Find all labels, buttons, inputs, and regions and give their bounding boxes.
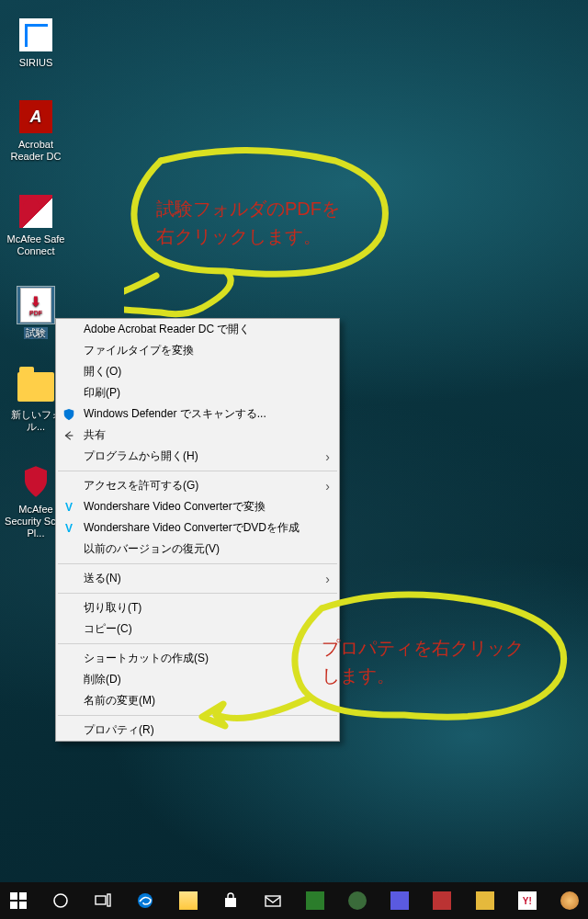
context-menu-item[interactable]: Windows Defender でスキャンする... xyxy=(56,403,339,425)
context-menu-separator xyxy=(58,643,337,644)
taskbar-app-edge[interactable] xyxy=(127,882,164,919)
context-menu-item[interactable]: VWondershare Video Converterで変換 xyxy=(56,496,339,517)
taskbar-app-mail[interactable] xyxy=(254,882,291,919)
context-menu-item[interactable]: コピー(C) xyxy=(56,618,339,640)
taskbar-app-generic[interactable] xyxy=(551,882,588,919)
cortana-button[interactable] xyxy=(42,882,79,919)
context-menu-item[interactable]: アクセスを許可する(G) xyxy=(56,475,339,496)
context-menu-separator xyxy=(58,593,337,594)
context-menu: Adobe Acrobat Reader DC で開くファイルタイプを変換開く(… xyxy=(55,318,340,742)
context-menu-item-label: Adobe Acrobat Reader DC で開く xyxy=(84,322,250,337)
context-menu-item-label: コピー(C) xyxy=(84,621,132,637)
context-menu-item[interactable]: 名前の変更(M) xyxy=(56,690,339,711)
taskbar-app-explorer[interactable] xyxy=(170,882,207,919)
context-menu-item[interactable]: 削除(D) xyxy=(56,669,339,690)
desktop-icon-label: Acrobat Reader DC xyxy=(0,139,72,163)
desktop-icon-mcafee-safe[interactable]: McAfee Safe Connect xyxy=(0,193,72,257)
svg-rect-5 xyxy=(96,896,106,904)
context-menu-separator xyxy=(58,563,337,564)
svg-rect-2 xyxy=(10,902,17,909)
app-icon xyxy=(476,891,494,910)
context-menu-item-label: 名前の変更(M) xyxy=(84,693,155,709)
context-menu-item[interactable]: 開く(O) xyxy=(56,361,339,382)
share-icon xyxy=(62,428,76,443)
context-menu-separator xyxy=(58,471,337,471)
mcafee-shield-icon xyxy=(22,465,50,498)
context-menu-item-label: Wondershare Video ConverterでDVDを作成 xyxy=(84,520,300,536)
context-menu-item[interactable]: 以前のバージョンの復元(V) xyxy=(56,539,339,560)
context-menu-item-label: 削除(D) xyxy=(84,672,121,687)
app-icon xyxy=(390,891,409,910)
svg-rect-1 xyxy=(19,892,27,900)
context-menu-item[interactable]: 切り取り(T) xyxy=(56,597,339,618)
context-menu-separator xyxy=(58,715,337,716)
taskbar-app-generic[interactable] xyxy=(339,882,376,919)
context-menu-item[interactable]: Adobe Acrobat Reader DC で開く xyxy=(56,319,339,340)
context-menu-item[interactable]: ショートカットの作成(S) xyxy=(56,648,339,669)
svg-rect-6 xyxy=(107,894,110,906)
wondershare-icon: V xyxy=(62,500,76,515)
taskbar-app-store[interactable] xyxy=(212,882,249,919)
app-icon xyxy=(348,891,367,910)
context-menu-item-label: Wondershare Video Converterで変換 xyxy=(84,499,266,515)
app-icon xyxy=(560,891,579,910)
desktop-icon-label: 試験 xyxy=(24,327,48,339)
acrobat-icon: A xyxy=(19,100,52,133)
folder-icon xyxy=(17,372,54,402)
context-menu-item[interactable]: プロパティ(R) xyxy=(56,720,339,741)
taskbar-app-generic[interactable]: Y! xyxy=(509,882,546,919)
context-menu-item[interactable]: 共有 xyxy=(56,425,339,446)
context-menu-item[interactable]: ファイルタイプを変換 xyxy=(56,340,339,361)
folder-icon xyxy=(179,891,198,910)
svg-point-4 xyxy=(54,894,67,907)
context-menu-item-label: 印刷(P) xyxy=(84,385,120,401)
context-menu-item-label: 切り取り(T) xyxy=(84,600,141,616)
context-menu-item[interactable]: 送る(N) xyxy=(56,568,339,589)
desktop-icon-label: SIRIUS xyxy=(17,57,55,69)
mcafee-icon xyxy=(19,195,52,228)
context-menu-item-label: Windows Defender でスキャンする... xyxy=(84,406,266,422)
wondershare-icon: V xyxy=(62,521,76,536)
desktop-icon-acrobat[interactable]: A Acrobat Reader DC xyxy=(0,98,72,163)
taskbar: Y! xyxy=(0,882,588,919)
context-menu-item-label: 送る(N) xyxy=(84,571,121,586)
task-view-button[interactable] xyxy=(85,882,121,919)
sirius-icon xyxy=(19,18,52,51)
desktop-icon-label: McAfee Safe Connect xyxy=(0,233,72,257)
context-menu-item-label: 共有 xyxy=(84,427,106,443)
context-menu-item-label: 以前のバージョンの復元(V) xyxy=(84,541,220,557)
context-menu-item[interactable]: プログラムから開く(H) xyxy=(56,446,339,467)
taskbar-app-generic[interactable] xyxy=(424,882,460,919)
taskbar-app-generic[interactable] xyxy=(467,882,503,919)
context-menu-item-label: ショートカットの作成(S) xyxy=(84,651,209,666)
taskbar-app-generic[interactable] xyxy=(297,882,334,919)
app-icon xyxy=(306,891,324,910)
taskbar-app-generic[interactable] xyxy=(381,882,418,919)
svg-rect-0 xyxy=(10,892,17,900)
start-button[interactable] xyxy=(0,882,37,919)
context-menu-item-label: プログラムから開く(H) xyxy=(84,448,198,464)
yahoo-icon: Y! xyxy=(518,891,537,910)
context-menu-item-label: 開く(O) xyxy=(84,364,121,380)
defender-icon xyxy=(62,407,76,422)
context-menu-item-label: アクセスを許可する(G) xyxy=(84,478,198,494)
context-menu-item[interactable]: 印刷(P) xyxy=(56,382,339,403)
context-menu-item-label: プロパティ(R) xyxy=(84,722,154,738)
desktop-icon-sirius[interactable]: SIRIUS xyxy=(0,17,72,69)
svg-rect-8 xyxy=(266,896,280,906)
context-menu-item[interactable]: VWondershare Video ConverterでDVDを作成 xyxy=(56,517,339,539)
pdf-icon: ⬇PDF xyxy=(20,288,51,323)
svg-rect-3 xyxy=(19,902,27,909)
context-menu-item-label: ファイルタイプを変換 xyxy=(84,343,194,358)
app-icon xyxy=(433,891,451,910)
